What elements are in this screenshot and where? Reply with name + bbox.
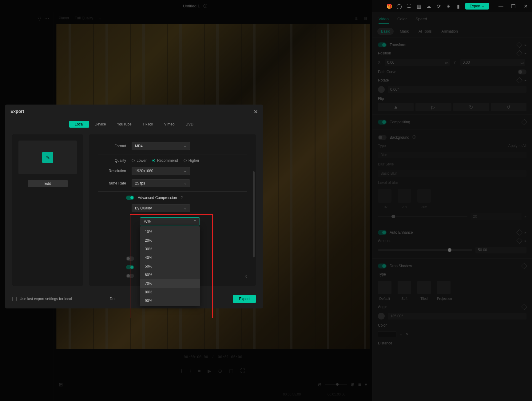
export-tab-local[interactable]: Local (69, 121, 89, 128)
export-confirm-button[interactable]: Export (233, 295, 256, 303)
maximize-icon[interactable]: ❐ (510, 3, 516, 9)
tab-color[interactable]: Color (397, 17, 407, 24)
expand-icon[interactable]: ▸ (525, 51, 526, 55)
monitor-icon[interactable]: 🖵 (406, 3, 412, 9)
subtab-aitools[interactable]: AI Tools (415, 28, 435, 35)
quality-option-90[interactable]: 90% (140, 296, 200, 305)
expand-icon[interactable]: ▸ (525, 78, 526, 82)
info-icon[interactable]: ⓘ (412, 135, 416, 140)
angle-input[interactable] (388, 313, 526, 320)
blur-level-option[interactable]: 30x (417, 189, 431, 209)
subtab-mask[interactable]: Mask (396, 28, 412, 35)
path-curve-toggle[interactable] (518, 69, 526, 74)
expand-icon[interactable]: ▸ (525, 214, 526, 219)
quality-percent-select[interactable]: 70% ⌃ (140, 217, 200, 225)
quality-radio-lower[interactable]: Lower (132, 158, 147, 163)
background-toggle[interactable] (378, 135, 387, 140)
expand-icon[interactable]: ▸ (525, 43, 526, 47)
blur-style-select[interactable] (378, 170, 526, 177)
transform-toggle[interactable] (378, 42, 387, 47)
cloud-icon[interactable]: ☁ (426, 3, 431, 9)
position-x-input[interactable] (385, 59, 450, 66)
flip-horizontal-button[interactable]: ▲ (378, 103, 414, 111)
expand-icon[interactable]: ▸ (525, 239, 526, 243)
keyframe-icon[interactable] (521, 304, 527, 310)
quality-option-40[interactable]: 40% (140, 253, 200, 262)
keyframe-icon[interactable] (521, 263, 527, 269)
refresh-icon[interactable]: ⟳ (436, 3, 441, 9)
adv-compression-toggle[interactable] (126, 196, 134, 200)
tab-speed[interactable]: Speed (415, 17, 427, 24)
extra-toggle-1[interactable] (126, 256, 134, 261)
angle-knob[interactable] (378, 313, 385, 320)
bg-type-select[interactable] (378, 152, 526, 158)
edit-thumbnail-button[interactable]: Edit (28, 180, 68, 187)
use-last-checkbox[interactable] (12, 297, 17, 301)
quality-option-60[interactable]: 60% (140, 271, 200, 279)
export-tab-device[interactable]: Device (89, 121, 112, 128)
gift-icon[interactable]: 🎁 (387, 3, 392, 9)
drop-shadow-toggle[interactable] (378, 264, 387, 268)
auto-enhance-toggle[interactable] (378, 230, 387, 235)
export-tab-vimeo[interactable]: Vimeo (159, 121, 180, 128)
color-swatch[interactable] (378, 331, 396, 337)
format-select[interactable]: MP4⌄ (132, 142, 190, 150)
rotate-knob[interactable] (378, 86, 385, 93)
grid-icon[interactable]: ⊞ (446, 3, 451, 9)
shadow-type-default[interactable]: Default (378, 281, 391, 300)
position-y-input[interactable] (460, 59, 526, 66)
keyframe-icon[interactable] (516, 77, 522, 83)
blur-slider[interactable] (378, 216, 467, 217)
rotate-cw-button[interactable]: ↻ (453, 103, 489, 111)
quality-option-70[interactable]: 70% (140, 279, 200, 288)
quality-option-10[interactable]: 10% (140, 228, 200, 236)
quality-radio-higher[interactable]: Higher (184, 158, 199, 163)
apply-all-button[interactable]: Apply to All (508, 144, 526, 148)
export-tab-youtube[interactable]: YouTube (111, 121, 137, 128)
compositing-toggle[interactable] (378, 120, 387, 125)
blur-value[interactable] (470, 213, 522, 220)
flip-vertical-button[interactable]: ▷ (415, 103, 451, 111)
scrollbar[interactable] (253, 171, 255, 257)
keyframe-icon[interactable] (516, 42, 522, 48)
shadow-type-soft[interactable]: Soft (398, 281, 411, 300)
blur-level-option[interactable]: 20x (398, 189, 411, 209)
export-tab-dvd[interactable]: DVD (180, 121, 199, 128)
extra-toggle-3[interactable] (126, 274, 134, 278)
help-icon[interactable]: ? (181, 196, 183, 200)
shadow-type-tiled[interactable]: Tiled (417, 281, 431, 300)
tab-video[interactable]: Video (379, 17, 389, 24)
quality-option-50[interactable]: 50% (140, 262, 200, 271)
resolution-select[interactable]: 1920x1080⌄ (132, 167, 190, 175)
framerate-select[interactable]: 25 fps⌄ (132, 179, 190, 187)
close-window-icon[interactable]: ✕ (523, 3, 528, 9)
keyframe-icon[interactable] (516, 238, 522, 244)
blur-level-option[interactable]: 10x (378, 189, 391, 209)
keyframe-icon[interactable] (516, 50, 522, 56)
extra-toggle-2[interactable] (126, 265, 134, 269)
quality-option-30[interactable]: 30% (140, 245, 200, 253)
rotate-ccw-button[interactable]: ↺ (491, 103, 526, 111)
keyframe-icon[interactable] (516, 229, 522, 236)
amount-input[interactable] (475, 247, 526, 253)
keyframe-icon[interactable] (521, 119, 527, 125)
image-icon[interactable]: ▧ (416, 3, 422, 9)
subtab-basic[interactable]: Basic (377, 28, 394, 35)
expand-icon[interactable]: ▸ (525, 230, 526, 235)
quality-option-20[interactable]: 20% (140, 236, 200, 245)
eyedropper-icon[interactable]: ✎ (406, 332, 409, 336)
amount-slider[interactable] (378, 249, 472, 251)
subtab-animation[interactable]: Animation (438, 28, 461, 35)
close-icon[interactable]: ✕ (254, 109, 258, 115)
layers-icon[interactable]: ▮ (455, 3, 461, 9)
shadow-type-projection[interactable]: Projection (437, 281, 452, 300)
minimize-icon[interactable]: — (498, 3, 504, 9)
export-tab-tiktok[interactable]: TikTok (137, 121, 159, 128)
export-button[interactable]: Export ⌄ (465, 3, 489, 10)
compression-mode-select[interactable]: By Quality⌄ (132, 204, 190, 212)
quality-option-80[interactable]: 80% (140, 288, 200, 296)
rotate-input[interactable] (388, 86, 526, 93)
quality-radio-recommend[interactable]: Recommend (152, 158, 178, 163)
circle-icon[interactable]: ◯ (396, 3, 402, 9)
chevron-down-icon[interactable]: ⌄ (399, 332, 403, 336)
